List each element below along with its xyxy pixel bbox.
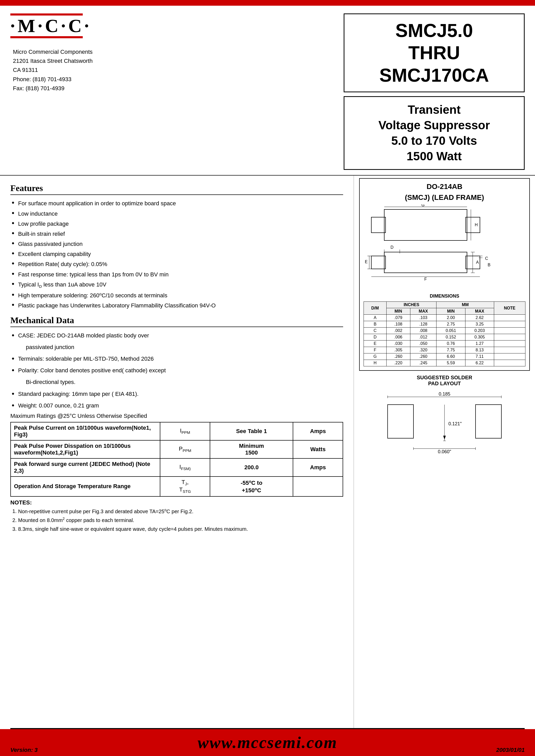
- footer-url-text: www.mccsemi.com: [198, 733, 337, 752]
- svg-text:A: A: [476, 260, 479, 265]
- mech-item-indent: passivated junction: [10, 343, 343, 351]
- dim-cell: F: [364, 347, 386, 353]
- dim-cell: .305: [386, 347, 410, 353]
- logo-red-bar-top: [10, 14, 83, 15]
- company-address2: CA 91311: [13, 66, 344, 74]
- svg-rect-8: [371, 256, 385, 269]
- feature-item: Typical ID less than 1uA above 10V: [10, 280, 343, 290]
- dim-header: D/M: [364, 302, 386, 315]
- dim-cell: G: [364, 353, 386, 360]
- table-row: F .305 .320 7.75 8.13: [364, 347, 525, 353]
- dim-subheader: MAX: [465, 308, 494, 315]
- table-row: B .108 .128 2.75 3.25: [364, 321, 525, 327]
- dim-cell: 7.11: [465, 353, 494, 360]
- table-row: Operation And Storage Temperature Range …: [11, 477, 343, 496]
- feature-item: Plastic package has Underwrites Laborato…: [10, 301, 343, 310]
- left-column: Features For surface mount application i…: [0, 176, 354, 728]
- part-number-box: SMCJ5.0THRUSMCJ170CA: [344, 14, 525, 92]
- table-row: C .002 .008 0.051 0.203: [364, 327, 525, 334]
- svg-rect-0: [384, 210, 467, 240]
- right-column: DO-214AB (SMCJ) (LEAD FRAME) G: [354, 176, 535, 728]
- dim-cell: C: [364, 327, 386, 334]
- rating-unit: Amps: [293, 459, 343, 477]
- notes-title: NOTES:: [10, 499, 343, 506]
- company-phone: Phone: (818) 701-4933: [13, 75, 344, 84]
- mech-item-text: Weight: 0.007 ounce, 0.21 gram: [10, 401, 343, 410]
- rating-value: 200.0: [210, 459, 293, 477]
- table-row: H .220 .245 5.59 6.22: [364, 360, 525, 366]
- dim-cell: .260: [386, 353, 410, 360]
- dim-cell: 2.62: [465, 315, 494, 321]
- logo-text: ·M·C·C·: [10, 16, 344, 35]
- mech-item-text: Standard packaging: 16mm tape per ( EIA …: [10, 389, 343, 399]
- svg-text:G: G: [421, 204, 425, 207]
- package-title-2: (SMCJ) (LEAD FRAME): [364, 193, 525, 202]
- dim-cell: .320: [410, 347, 436, 353]
- dimensions-label: DIMENSIONS: [364, 294, 525, 299]
- dim-cell: E: [364, 341, 386, 347]
- dim-cell: 0.203: [465, 327, 494, 334]
- svg-text:0.121": 0.121": [448, 421, 462, 426]
- mechanical-title: Mechanical Data: [10, 316, 343, 327]
- package-section: DO-214AB (SMCJ) (LEAD FRAME) G: [359, 178, 530, 371]
- table-row: D .006 .012 0.152 0.305: [364, 334, 525, 341]
- rating-symbol: IFSM): [160, 459, 210, 477]
- dim-cell: [494, 341, 525, 347]
- dim-cell: .002: [386, 327, 410, 334]
- logo-area: ·M·C·C·: [10, 14, 344, 38]
- feature-item: Glass passivated junction: [10, 239, 343, 248]
- solder-pad-svg: 0.185 0.121" 0.060": [380, 389, 509, 454]
- dim-cell: .050: [410, 341, 436, 347]
- solder-section: SUGGESTED SOLDERPAD LAYOUT 0.185 0.121": [359, 375, 530, 455]
- header-area: ·M·C·C· Micro Commercial Components 2120…: [0, 6, 535, 176]
- mech-item-4: Standard packaging: 16mm tape per ( EIA …: [10, 389, 343, 399]
- dim-cell: B: [364, 321, 386, 327]
- rating-unit: Amps: [293, 422, 343, 440]
- description-title: TransientVoltage Suppressor5.0 to 170 Vo…: [352, 102, 516, 164]
- rating-label: Peak forward surge current (JEDEC Method…: [11, 459, 160, 477]
- rating-symbol: PPPM: [160, 440, 210, 459]
- dim-cell: 6.22: [465, 360, 494, 366]
- dim-cell: 7.75: [436, 347, 465, 353]
- notes-section: NOTES: Non-repetitive current pulse per …: [10, 499, 343, 533]
- dim-cell: .079: [386, 315, 410, 321]
- dim-cell: .108: [386, 321, 410, 327]
- svg-rect-7: [384, 252, 467, 273]
- dim-cell: 0.152: [436, 334, 465, 341]
- feature-list: For surface mount application in order t…: [10, 199, 343, 310]
- dim-cell: .128: [410, 321, 436, 327]
- rating-value: -55oC to+150oC: [210, 477, 293, 496]
- dim-cell: 2.75: [436, 321, 465, 327]
- svg-text:F: F: [424, 277, 427, 281]
- footer-url: www.mccsemi.com: [198, 733, 337, 752]
- svg-text:E: E: [365, 260, 368, 264]
- diagram-area: G H C: [364, 204, 525, 292]
- dim-cell: [494, 327, 525, 334]
- svg-text:0.060": 0.060": [438, 449, 451, 454]
- mech-item-5: Weight: 0.007 ounce, 0.21 gram: [10, 401, 343, 410]
- dim-cell: .103: [410, 315, 436, 321]
- note-item: Mounted on 8.0mm2 copper pads to each te…: [18, 516, 343, 524]
- company-name: Micro Commercial Components: [13, 47, 344, 56]
- dim-cell: .245: [410, 360, 436, 366]
- table-row: Peak Pulse Current on 10/1000us waveform…: [11, 422, 343, 440]
- logo-red-bar-bottom: [10, 36, 83, 38]
- dim-cell: A: [364, 315, 386, 321]
- main-content: Features For surface mount application i…: [0, 176, 535, 728]
- dim-cell: [494, 347, 525, 353]
- feature-item: For surface mount application in order t…: [10, 199, 343, 208]
- header-left: ·M·C·C· Micro Commercial Components 2120…: [10, 14, 344, 170]
- rating-unit: [293, 477, 343, 496]
- rating-value: Minimum1500: [210, 440, 293, 459]
- company-info: Micro Commercial Components 21201 Itasca…: [13, 47, 344, 93]
- feature-item: Low inductance: [10, 209, 343, 218]
- feature-item: Excellent clamping capability: [10, 249, 343, 259]
- rating-label: Peak Pulse Current on 10/1000us waveform…: [11, 422, 160, 440]
- dim-cell: .006: [386, 334, 410, 341]
- svg-rect-1: [371, 217, 385, 233]
- mech-item-3: Polarity: Color band denotes positive en…: [10, 366, 343, 386]
- svg-rect-28: [475, 405, 501, 438]
- part-number-title: SMCJ5.0THRUSMCJ170CA: [355, 19, 514, 86]
- svg-text:D: D: [390, 245, 394, 249]
- table-row: Peak Pulse Power Disspation on 10/1000us…: [11, 440, 343, 459]
